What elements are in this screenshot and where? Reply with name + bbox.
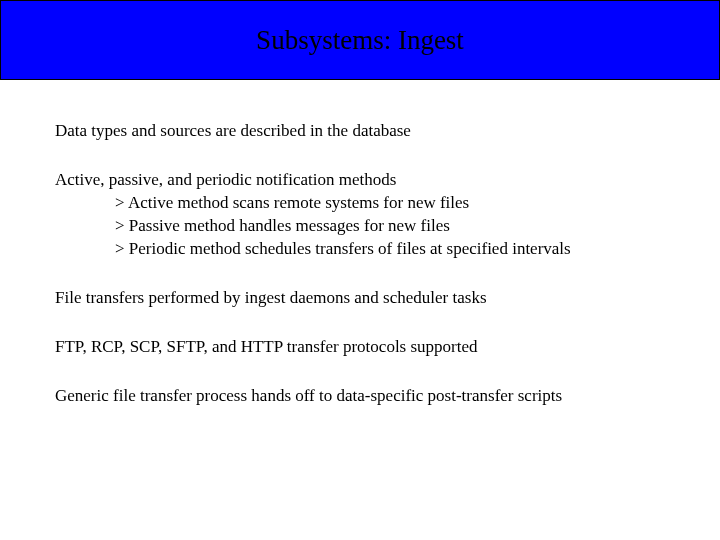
bullet-5: Generic file transfer process hands off …: [55, 385, 665, 408]
bullet-2-sub3: > Periodic method schedules transfers of…: [55, 238, 665, 261]
bullet-2: Active, passive, and periodic notificati…: [55, 169, 665, 261]
bullet-4-text: FTP, RCP, SCP, SFTP, and HTTP transfer p…: [55, 336, 665, 359]
slide-title-bar: Subsystems: Ingest: [0, 0, 720, 80]
bullet-2-main: Active, passive, and periodic notificati…: [55, 169, 665, 192]
bullet-4: FTP, RCP, SCP, SFTP, and HTTP transfer p…: [55, 336, 665, 359]
bullet-1: Data types and sources are described in …: [55, 120, 665, 143]
bullet-3-text: File transfers performed by ingest daemo…: [55, 287, 665, 310]
bullet-5-text: Generic file transfer process hands off …: [55, 385, 665, 408]
bullet-1-text: Data types and sources are described in …: [55, 120, 665, 143]
slide-title: Subsystems: Ingest: [256, 25, 464, 56]
bullet-2-sub2: > Passive method handles messages for ne…: [55, 215, 665, 238]
slide-content: Data types and sources are described in …: [0, 80, 720, 408]
bullet-2-sub1: > Active method scans remote systems for…: [55, 192, 665, 215]
bullet-3: File transfers performed by ingest daemo…: [55, 287, 665, 310]
